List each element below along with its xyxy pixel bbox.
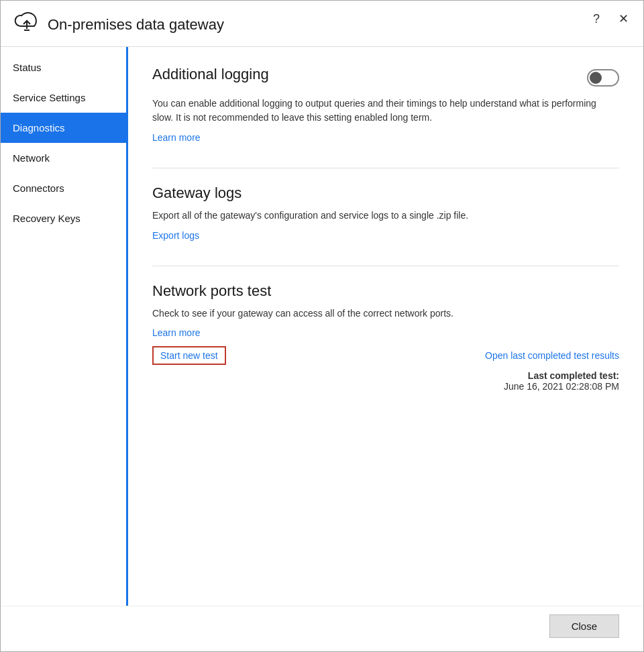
additional-logging-section: Additional logging You can enable additi… (152, 66, 619, 144)
additional-logging-learn-more[interactable]: Learn more (152, 132, 201, 143)
divider-2 (152, 266, 619, 266)
gateway-logs-section: Gateway logs Export all of the gateway's… (152, 184, 619, 241)
network-ports-test-desc: Check to see if your gateway can access … (152, 307, 619, 321)
toggle-knob (590, 72, 602, 84)
divider-1 (152, 168, 619, 168)
sidebar-item-diagnostics[interactable]: Diagnostics (1, 113, 126, 143)
app-title: On-premises data gateway (48, 16, 224, 34)
start-new-test-button[interactable]: Start new test (152, 346, 226, 365)
app-icon (14, 11, 40, 38)
open-last-results-link[interactable]: Open last completed test results (485, 350, 619, 361)
additional-logging-toggle[interactable] (587, 69, 619, 87)
last-completed-info: Last completed test: June 16, 2021 02:28… (152, 370, 619, 392)
gateway-logs-title: Gateway logs (152, 184, 619, 202)
sidebar: Status Service Settings Diagnostics Netw… (1, 47, 128, 606)
additional-logging-title: Additional logging (152, 66, 269, 83)
sidebar-item-service-settings[interactable]: Service Settings (1, 83, 126, 113)
last-completed-label: Last completed test: (528, 370, 619, 381)
sidebar-item-status[interactable]: Status (1, 52, 126, 83)
sidebar-item-connectors[interactable]: Connectors (1, 173, 126, 203)
export-logs-link[interactable]: Export logs (152, 230, 199, 241)
main-content: Status Service Settings Diagnostics Netw… (1, 47, 643, 606)
title-bar: On-premises data gateway ? ✕ (1, 1, 643, 47)
network-ports-learn-more[interactable]: Learn more (152, 327, 619, 338)
network-ports-test-section: Network ports test Check to see if your … (152, 282, 619, 392)
additional-logging-desc: You can enable additional logging to out… (152, 97, 619, 125)
sidebar-item-recovery-keys[interactable]: Recovery Keys (1, 203, 126, 233)
window-controls: ? ✕ (589, 10, 633, 28)
network-ports-test-title: Network ports test (152, 282, 619, 300)
close-button[interactable]: Close (549, 614, 619, 638)
test-action-row: Start new test Open last completed test … (152, 346, 619, 365)
close-window-button[interactable]: ✕ (614, 10, 633, 28)
content-area: Additional logging You can enable additi… (128, 47, 643, 606)
gateway-logs-desc: Export all of the gateway's configuratio… (152, 209, 619, 223)
app-window: On-premises data gateway ? ✕ Status Serv… (0, 0, 644, 652)
additional-logging-header: Additional logging (152, 66, 619, 90)
sidebar-item-network[interactable]: Network (1, 143, 126, 173)
footer: Close (1, 606, 643, 651)
last-completed-date: June 16, 2021 02:28:08 PM (504, 381, 619, 392)
help-button[interactable]: ? (589, 10, 604, 28)
